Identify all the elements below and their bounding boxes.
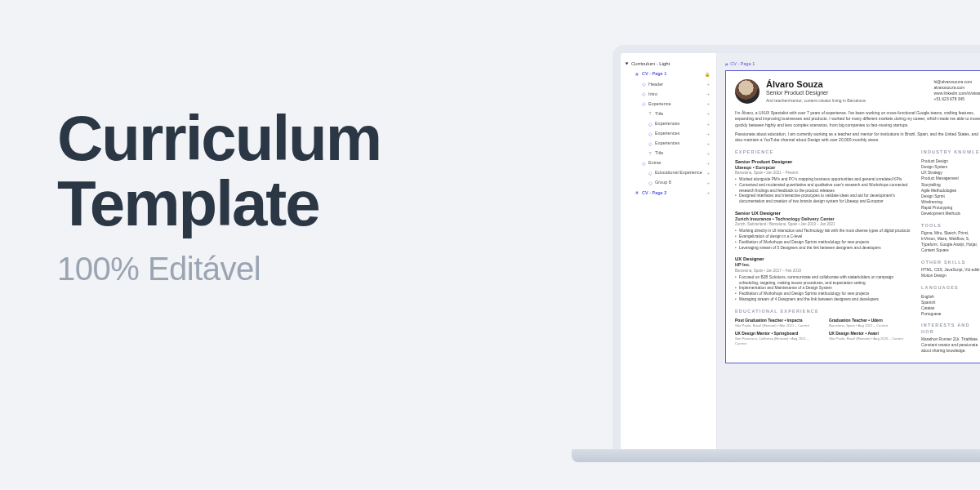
job-bullet: Facilitation of Workshops and Design Spr… — [735, 292, 911, 297]
side-text: HTML, CSS, JavaScript, Vid editing, Moti… — [921, 268, 980, 279]
layer-row-label: Educational Experience — [655, 170, 702, 176]
add-icon[interactable]: + — [706, 180, 711, 186]
education-title: UX Design Mentor • Awari — [829, 331, 911, 336]
side-list-item: English — [921, 294, 980, 300]
education-title: UX Design Mentor • Springboard — [735, 331, 817, 336]
job-bullet: Working directly in UI interaction and T… — [735, 229, 911, 234]
job-bullet: Designed interfaces and interactive prot… — [735, 194, 911, 204]
layer-row[interactable]: ◇Intro+ — [621, 89, 716, 99]
side-block: TOOLSFigma, Miro, Sketch, Princi, InVisi… — [921, 223, 980, 254]
education-column: Post Graduation Teacher • ImpactaSão Pau… — [735, 318, 817, 346]
contact-line: +51 623 678 345 — [933, 96, 980, 102]
education-title: Post Graduation Teacher • Impacta — [735, 318, 817, 323]
layer-row[interactable]: TTitle+ — [621, 149, 716, 158]
add-icon[interactable]: + — [706, 189, 711, 196]
layer-row[interactable]: ◇Experiences+ — [621, 129, 716, 139]
side-heading: LANGUAGES — [921, 285, 980, 291]
side-heading: INTERESTS AND HOB — [921, 323, 980, 335]
add-icon[interactable]: + — [706, 110, 711, 117]
side-list-item: Development Methods — [921, 211, 980, 216]
resume-contact: hi@alvarosouza.comalvarosouza.comwww.lin… — [933, 79, 980, 102]
device-frame: Curriculum - Light #CV - Page 1🔒◇Header+… — [612, 45, 980, 449]
add-icon[interactable]: + — [706, 160, 711, 167]
job-bullet: Focused on B2B Solutions, communicate an… — [735, 275, 911, 286]
resume-identity: Álvaro Souza Senior Product Designer And… — [766, 79, 866, 103]
layer-row[interactable]: ◇Experiences+ — [621, 119, 716, 129]
side-block: OTHER SKILLSHTML, CSS, JavaScript, Vid e… — [921, 260, 980, 279]
education-heading: EDUCATIONAL EXPERIENCE — [735, 309, 911, 314]
side-heading: INDUSTRY KNOWLED — [921, 149, 980, 155]
education-title: Graduation Teacher • Udern — [829, 318, 911, 323]
layer-row-label: Intro — [648, 91, 657, 97]
job-meta: Barcelona, Spain • Jan 2017 – Feb 2019 — [735, 269, 911, 274]
side-heading: TOOLS — [921, 223, 980, 229]
layer-row[interactable]: ◇Experiences+ — [621, 139, 716, 149]
education-item: UX Design Mentor • SpringboardSan Franci… — [735, 331, 817, 345]
education-item: UX Design Mentor • AwariSão Paulo, Brazi… — [829, 331, 911, 341]
canvas-frame-tab[interactable]: # CV - Page 1 — [725, 61, 755, 68]
layers-root[interactable]: Curriculum - Light — [621, 58, 716, 69]
layer-row[interactable]: #CV - Page 1🔒 — [621, 69, 716, 79]
resume-name: Álvaro Souza — [766, 79, 866, 89]
job-bullets: Worked alongside PM's and PO's mapping b… — [735, 177, 911, 205]
layer-row-label: Experiences — [655, 131, 679, 136]
layer-row-label: Experiences — [655, 121, 679, 127]
contact-line: alvarosouza.com — [933, 85, 980, 91]
education-column: Graduation Teacher • UdernBarcelona, Spa… — [829, 318, 911, 346]
add-icon[interactable]: + — [706, 170, 711, 176]
add-icon[interactable]: + — [706, 150, 711, 157]
side-list-item: Design Sprint — [921, 194, 980, 199]
resume-page[interactable]: Álvaro Souza Senior Product Designer And… — [725, 70, 980, 363]
layer-row[interactable]: ◇Educational Experience+ — [621, 168, 716, 178]
add-icon[interactable]: + — [706, 91, 711, 97]
component-icon: ◇ — [648, 140, 653, 147]
job-company: Ubeeqo • Europcar — [735, 165, 911, 171]
layer-row[interactable]: TTitle+ — [621, 109, 716, 118]
layer-row-label: CV - Page 2 — [642, 190, 666, 196]
side-block: INTERESTS AND HOBMarathon Runner 21k. Tr… — [921, 323, 980, 354]
resume-body: EXPERIENCE Senior Product DesignerUbeeqo… — [735, 149, 980, 354]
hero-subtitle: 100% Editável — [57, 251, 381, 287]
layer-row[interactable]: #CV - Page 2+ — [621, 188, 716, 198]
canvas[interactable]: # CV - Page 1 Álvaro Souza Senior Produc… — [717, 53, 980, 449]
education-meta: São Paulo, Brazil (Remote) • Mar 2021 – … — [735, 323, 817, 328]
resume-tagline: And teacher/mentor, content creator livi… — [766, 98, 866, 104]
layer-row-label: Experiences — [655, 140, 679, 146]
add-icon[interactable]: + — [706, 121, 711, 127]
side-list-item: Catalan — [921, 305, 980, 311]
side-list-item: Portuguese — [921, 311, 980, 317]
layer-row[interactable]: ◇Extras+ — [621, 158, 716, 168]
layer-row[interactable]: ◇Experience+ — [621, 99, 716, 109]
resume-side-column: INDUSTRY KNOWLEDProduct DesignDesign Sys… — [921, 149, 980, 354]
education-item: Post Graduation Teacher • ImpactaSão Pau… — [735, 318, 817, 327]
hero-title: Curriculum Template — [57, 106, 381, 236]
add-icon[interactable]: + — [706, 100, 711, 107]
job-bullet: Conceived and moderated quantitative and… — [735, 183, 911, 194]
resume-role: Senior Product Designer — [766, 89, 866, 96]
job-company: Zurich Insurance • Technology Delivery C… — [735, 216, 911, 222]
lock-icon[interactable]: 🔒 — [705, 72, 711, 78]
resume-intro: I'm Álvaro, a UI/UX Specialist with over… — [735, 110, 980, 143]
text-icon: T — [648, 150, 653, 157]
resume-header: Álvaro Souza Senior Product Designer And… — [735, 79, 980, 104]
layer-row[interactable]: ◇Header+ — [621, 79, 716, 89]
education-meta: Barcelona, Spain • Aug 2021 – Current — [829, 323, 911, 328]
side-text: Figma, Miro, Sketch, Princi, InVision, M… — [921, 231, 980, 254]
job-meta: Zurich, Switzerland / Barcelona, Spain •… — [735, 222, 911, 227]
layer-row-label: CV - Page 1 — [642, 71, 666, 77]
job-title: Senior Product Designer — [735, 158, 911, 165]
layer-row-label: Experience — [648, 101, 671, 107]
contact-line: www.linkedin.com/in/alvaros — [933, 91, 980, 96]
add-icon[interactable]: + — [706, 81, 711, 87]
canvas-frame-tab-label: CV - Page 1 — [730, 61, 755, 67]
text-icon: T — [648, 110, 653, 117]
add-icon[interactable]: + — [706, 131, 711, 137]
intro-paragraph: I'm Álvaro, a UI/UX Specialist with over… — [735, 110, 980, 128]
frame-icon: # — [725, 61, 728, 68]
side-list-item: Storytelling — [921, 182, 980, 188]
side-list-item: Wireframing — [921, 199, 980, 205]
layer-row[interactable]: ◇Group 8+ — [621, 178, 716, 188]
add-icon[interactable]: + — [706, 140, 711, 147]
component-icon: ◇ — [648, 121, 653, 127]
component-icon: ◇ — [641, 91, 646, 97]
